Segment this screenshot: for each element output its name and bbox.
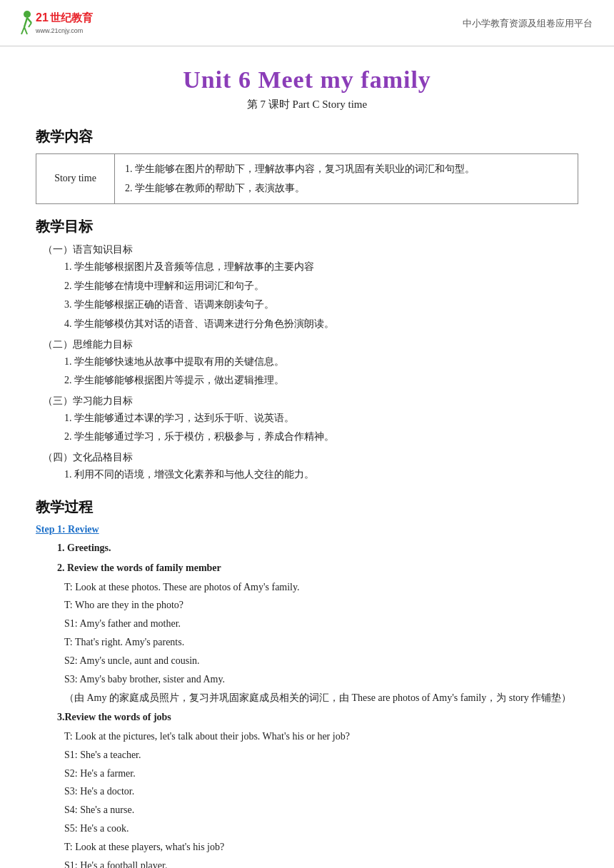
svg-line-4: [27, 18, 31, 23]
objective-group: （三）学习能力目标1. 学生能够通过本课的学习，达到乐于听、说英语。2. 学生能…: [36, 395, 578, 447]
objective-item: 1. 利用不同的语境，增强文化素养和与他人交往的能力。: [64, 465, 578, 485]
dialog-line: S1: She's a teacher.: [64, 746, 578, 764]
dialog-line: T: Who are they in the photo?: [64, 596, 578, 615]
bold-item: 2. Review the words of family member: [57, 558, 578, 578]
dialog-line: S1: Amy's father and mother.: [64, 615, 578, 633]
objective-item: 2. 学生能够能够根据图片等提示，做出逻辑推理。: [64, 371, 578, 390]
dialog-line: S3: Amy's baby brother, sister and Amy.: [64, 670, 578, 689]
doc-title: Unit 6 Meet my family: [36, 66, 578, 94]
table-content: 1. 学生能够在图片的帮助下，理解故事内容，复习巩固有关职业的词汇和句型。 2.…: [115, 154, 578, 204]
objectives-list: （一）语言知识目标1. 学生能够根据图片及音频等信息，理解故事的主要内容2. 学…: [36, 243, 578, 484]
objective-item: 2. 学生能够在情境中理解和运用词汇和句子。: [64, 277, 578, 296]
table-label: Story time: [36, 154, 115, 204]
page-header: 21 世纪教育 www.21cnjy.com 中小学教育资源及组卷应用平台: [0, 0, 614, 46]
svg-text:世纪教育: 世纪教育: [50, 11, 94, 24]
section-objectives-heading: 教学目标: [36, 217, 578, 236]
dialog-line: T: Look at these photos. These are photo…: [64, 578, 578, 597]
objective-group: （二）思维能力目标1. 学生能够快速地从故事中提取有用的关键信息。2. 学生能够…: [36, 338, 578, 390]
objective-group: （四）文化品格目标1. 利用不同的语境，增强文化素养和与他人交往的能力。: [36, 451, 578, 485]
note-line: （由 Amy 的家庭成员照片，复习并巩固家庭成员相关的词汇，由 These ar…: [64, 689, 578, 707]
section-process-heading: 教学过程: [36, 498, 578, 517]
svg-line-1: [24, 18, 27, 27]
dialog-line: S2: He's a farmer.: [64, 764, 578, 783]
content-table: Story time 1. 学生能够在图片的帮助下，理解故事内容，复习巩固有关职…: [36, 153, 578, 204]
objective-item: 2. 学生能够通过学习，乐于模仿，积极参与，养成合作精神。: [64, 428, 578, 447]
svg-line-3: [24, 27, 27, 34]
objective-item: 1. 学生能够根据图片及音频等信息，理解故事的主要内容: [64, 258, 578, 277]
svg-line-5: [29, 23, 31, 27]
objective-group-title: （四）文化品格目标: [43, 451, 578, 464]
objective-item: 4. 学生能够模仿其对话的语音、语调来进行分角色扮演朗读。: [64, 315, 578, 334]
dialog-line: S3: He's a doctor.: [64, 782, 578, 801]
objective-item: 1. 学生能够通过本课的学习，达到乐于听、说英语。: [64, 409, 578, 428]
dialog-line: S1: He's a football player.: [64, 857, 578, 868]
main-content: Unit 6 Meet my family 第 7 课时 Part C Stor…: [0, 46, 614, 868]
svg-line-2: [21, 27, 24, 34]
dialog-line: T: That's right. Amy's parents.: [64, 633, 578, 652]
svg-text:www.21cnjy.com: www.21cnjy.com: [35, 27, 83, 34]
dialog-line: T: Look at the pictures, let's talk abou…: [64, 727, 578, 746]
objective-item: 3. 学生能够根据正确的语音、语调来朗读句子。: [64, 296, 578, 315]
header-right-text: 中小学教育资源及组卷应用平台: [463, 17, 593, 30]
bold-item: 3.Review the words of jobs: [57, 707, 578, 727]
step1-content: 1. Greetings.2. Review the words of fami…: [36, 538, 578, 868]
section-content-heading: 教学内容: [36, 127, 578, 146]
dialog-line: S2: Amy's uncle, aunt and cousin.: [64, 652, 578, 670]
svg-point-0: [24, 11, 31, 18]
svg-text:21: 21: [36, 11, 49, 24]
table-row1: 1. 学生能够在图片的帮助下，理解故事内容，复习巩固有关职业的词汇和句型。: [125, 160, 568, 179]
bold-item: 1. Greetings.: [57, 538, 578, 558]
objective-group-title: （二）思维能力目标: [43, 338, 578, 351]
logo-area: 21 世纪教育 www.21cnjy.com: [14, 7, 107, 40]
logo-icon: 21 世纪教育 www.21cnjy.com: [14, 7, 107, 40]
dialog-line: T: Look at these players, what's his job…: [64, 838, 578, 857]
objective-item: 1. 学生能够快速地从故事中提取有用的关键信息。: [64, 353, 578, 372]
objective-group: （一）语言知识目标1. 学生能够根据图片及音频等信息，理解故事的主要内容2. 学…: [36, 243, 578, 333]
objective-group-title: （三）学习能力目标: [43, 395, 578, 408]
dialog-line: S4: She's a nurse.: [64, 801, 578, 819]
dialog-line: S5: He's a cook.: [64, 819, 578, 838]
doc-subtitle: 第 7 课时 Part C Story time: [36, 98, 578, 111]
step1-link[interactable]: Step 1: Review: [36, 524, 578, 535]
objective-group-title: （一）语言知识目标: [43, 243, 578, 256]
table-row2: 2. 学生能够在教师的帮助下，表演故事。: [125, 179, 568, 198]
